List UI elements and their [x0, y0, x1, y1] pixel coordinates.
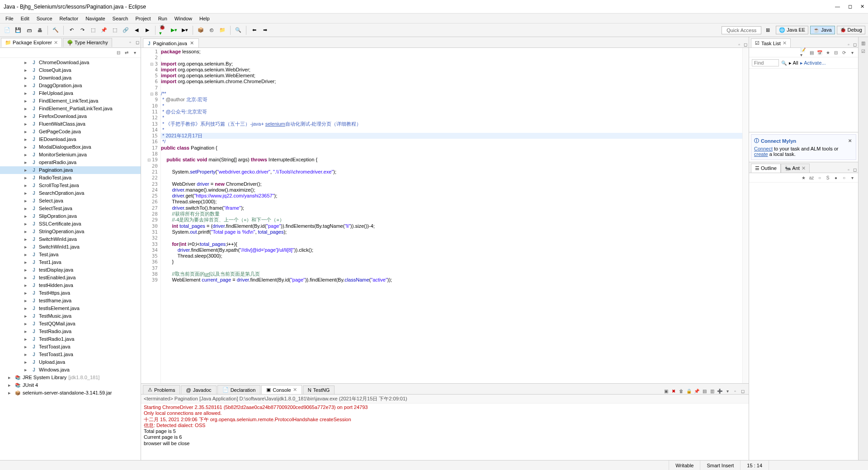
outline-sort-icon[interactable]: az: [808, 174, 815, 181]
tree-file[interactable]: ▸SlipOpration.java: [0, 212, 141, 220]
create-link[interactable]: create: [754, 151, 768, 157]
tree-file[interactable]: ▸TestHttps.java: [0, 289, 141, 297]
print-button[interactable]: 🖶: [35, 26, 44, 35]
console-menu-icon[interactable]: ▾: [724, 388, 731, 394]
menu-window[interactable]: Window: [171, 14, 196, 23]
link-button[interactable]: 🔗: [121, 26, 130, 35]
tree-file[interactable]: ▸TestQQMail.java: [0, 320, 141, 328]
outline-hide-static-icon[interactable]: S: [825, 174, 831, 181]
tree-file[interactable]: ▸ScrollTopTest.java: [0, 182, 141, 189]
close-icon[interactable]: ✕: [783, 40, 787, 46]
outline-focus-icon[interactable]: ★: [800, 174, 807, 181]
new-task-icon[interactable]: 📝▾: [800, 49, 807, 56]
maximize-button[interactable]: ◻: [848, 4, 852, 9]
menu-edit[interactable]: Edit: [17, 14, 33, 23]
editor-minimize-icon[interactable]: ▫: [736, 41, 742, 47]
editor-maximize-icon[interactable]: ◻: [742, 41, 749, 47]
tree-file[interactable]: ▸testHidden.java: [0, 282, 141, 289]
overview-ruler[interactable]: [742, 48, 749, 383]
outline-hide-nonpublic-icon[interactable]: ●: [833, 174, 839, 181]
undo-button[interactable]: ↶: [67, 26, 76, 35]
debug-button[interactable]: 🐞▾: [159, 26, 168, 35]
all-filter-label[interactable]: ▸ All: [789, 60, 798, 66]
minimize-view-icon[interactable]: ▫: [127, 39, 133, 46]
tree-file[interactable]: ▸testIframe.java: [0, 297, 141, 305]
perspective-java-ee[interactable]: 🌐 Java EE: [776, 26, 808, 34]
task-menu-icon[interactable]: ▾: [849, 49, 855, 56]
task-schedule-icon[interactable]: 📅: [816, 49, 823, 56]
redo-button[interactable]: ↷: [78, 26, 87, 35]
bottom-maximize-icon[interactable]: ◻: [740, 388, 746, 394]
perspective-java[interactable]: ☕ Java: [810, 26, 835, 34]
tree-file[interactable]: ▸SSLCertificate.java: [0, 220, 141, 228]
outline-tab-outline[interactable]: ☰ Outline: [751, 164, 781, 173]
tree-file[interactable]: ▸Download.java: [0, 74, 141, 82]
task-collapse-icon[interactable]: ⊟: [833, 49, 839, 56]
code-editor[interactable]: package lessons; import org.openqa.selen…: [161, 48, 742, 383]
line-gutter[interactable]: 12⊟34567⊟89101112131415161718⊟1920212223…: [141, 48, 161, 383]
tree-file[interactable]: ▸TestMusic.java: [0, 312, 141, 320]
tree-file[interactable]: ▸Test1.java: [0, 258, 141, 266]
tree-file[interactable]: ▸FileUpload.java: [0, 89, 141, 97]
tree-file[interactable]: ▸TestToast1.java: [0, 351, 141, 358]
bottom-minimize-icon[interactable]: ▫: [732, 388, 738, 394]
toggle2-button[interactable]: ⬚: [110, 26, 119, 35]
menu-refactor[interactable]: Refactor: [56, 14, 82, 23]
tree-file[interactable]: ▸Pagination.java: [0, 166, 141, 174]
tree-file[interactable]: ▸SelectTest.java: [0, 205, 141, 212]
new-button[interactable]: 📄: [3, 26, 12, 35]
close-mylyn-icon[interactable]: ✕: [847, 138, 853, 144]
tree-file[interactable]: ▸StringOperation.java: [0, 228, 141, 235]
forward-nav-button[interactable]: ➡: [260, 26, 269, 35]
menu-file[interactable]: File: [2, 14, 17, 23]
new-class-button[interactable]: ©: [207, 26, 216, 35]
trim-item2-icon[interactable]: ☑: [860, 48, 867, 54]
outline-hide-fields-icon[interactable]: ○: [816, 174, 823, 181]
tree-file[interactable]: ▸SwitchWinId1.java: [0, 243, 141, 251]
coverage-button[interactable]: ▶▾: [180, 26, 189, 35]
tree-file[interactable]: ▸MonitorSelenium.java: [0, 151, 141, 159]
task-categorize-icon[interactable]: ▤: [808, 49, 815, 56]
perspective-debug[interactable]: 🐞 Debug: [837, 26, 865, 34]
search-icon[interactable]: 🔍: [781, 60, 787, 66]
outline-menu-icon[interactable]: ▾: [849, 174, 855, 181]
task-maximize-icon[interactable]: ◻: [852, 41, 858, 47]
menu-navigate[interactable]: Navigate: [82, 14, 108, 23]
tree-file[interactable]: ▸DraggOpration.java: [0, 82, 141, 89]
save-all-button[interactable]: 🗃: [24, 26, 33, 35]
bottom-tab-javadoc[interactable]: @Javadoc: [181, 385, 216, 394]
bottom-tab-declaration[interactable]: 📄Declaration: [217, 385, 261, 394]
tree-file[interactable]: ▸operatRadio.java: [0, 159, 141, 166]
toggle-button[interactable]: ⬚: [89, 26, 98, 35]
tree-root[interactable]: ▸selenium-server-standalone-3.141.59.jar: [0, 389, 141, 397]
tree-file[interactable]: ▸GetPageCode.java: [0, 128, 141, 136]
console-pin-icon[interactable]: 📌: [693, 388, 700, 394]
tree-file[interactable]: ▸Windows.java: [0, 366, 141, 374]
package-tree[interactable]: ▸ChromeDownload.java▸CloseQuit.java▸Down…: [0, 58, 141, 460]
outline-hide-local-icon[interactable]: ○: [841, 174, 847, 181]
quick-access-field[interactable]: Quick Access: [722, 26, 761, 34]
tree-file[interactable]: ▸CloseQuit.java: [0, 66, 141, 74]
connect-link[interactable]: Connect: [754, 146, 773, 151]
tree-root[interactable]: ▸JUnit 4: [0, 381, 141, 389]
outline-tab-ant[interactable]: 🐜 Ant ✕: [781, 164, 810, 173]
prev-button[interactable]: ◀: [132, 26, 141, 35]
task-list-tab[interactable]: ☑ Task List ✕: [751, 38, 791, 47]
bottom-tab-console[interactable]: ▣Console ✕: [261, 385, 302, 394]
bottom-tab-testng[interactable]: NTestNG: [303, 385, 335, 394]
pin-button[interactable]: 📌: [99, 26, 108, 35]
menu-search[interactable]: Search: [109, 14, 132, 23]
tree-file[interactable]: ▸RadioTest.java: [0, 174, 141, 182]
outline-minimize-icon[interactable]: ▫: [845, 166, 852, 173]
tree-file[interactable]: ▸FirefoxDownload.java: [0, 113, 141, 120]
tree-file[interactable]: ▸IEDownload.java: [0, 136, 141, 143]
outline-maximize-icon[interactable]: ◻: [852, 166, 858, 173]
view-tab-type-hierarchy[interactable]: 🌳 Type Hierarchy: [63, 38, 112, 47]
minimize-button[interactable]: —: [835, 4, 840, 9]
maximize-view-icon[interactable]: ◻: [134, 39, 141, 46]
console-open-icon[interactable]: ▥: [709, 388, 715, 394]
tree-file[interactable]: ▸TestRadio1.java: [0, 335, 141, 343]
tree-file[interactable]: ▸FindElement_PartialLinkText.java: [0, 105, 141, 113]
tree-root[interactable]: ▸JRE System Library [jdk1.8.0_181]: [0, 374, 141, 381]
search-button[interactable]: 🔍: [234, 26, 243, 35]
